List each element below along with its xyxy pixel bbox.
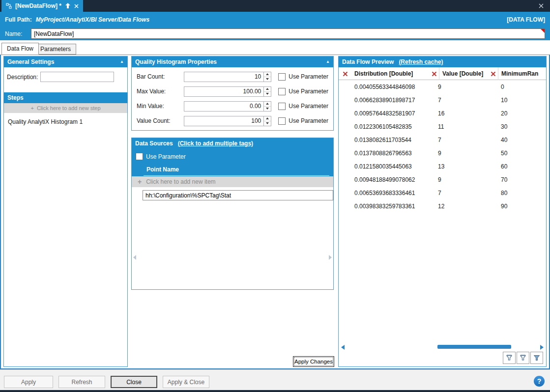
use-parameter-label: Use Parameter [289, 88, 328, 95]
window-titlebar: [NewDataFlow] * [0, 0, 550, 12]
apply-and-close-button[interactable]: Apply & Close [163, 376, 209, 388]
remove-column-icon[interactable] [429, 71, 439, 77]
column-header-minimumrange[interactable]: MinimumRan [498, 67, 546, 80]
use-parameter-checkbox[interactable] [278, 103, 286, 110]
horizontal-scrollbar[interactable] [339, 344, 546, 351]
table-row[interactable]: 0.00662838901898717 7 10 [339, 93, 546, 107]
data-sources-header: Data Sources (Click to add multiple tags… [132, 138, 333, 149]
use-parameter-checkbox[interactable] [278, 88, 286, 95]
footer-bar: Apply Refresh Close Apply & Close ? [0, 369, 550, 390]
spin-down-icon[interactable] [264, 121, 271, 126]
scroll-right-icon[interactable] [540, 345, 544, 350]
main-content: General Settings ▲ Description: Steps + … [0, 55, 550, 369]
name-input[interactable] [31, 28, 545, 39]
column-header-distribution[interactable]: Distribution [Double] [351, 70, 429, 77]
value-count-row: Value Count: 100 Use Parameter [132, 113, 333, 128]
description-input[interactable] [40, 72, 114, 82]
table-row[interactable]: 0.00405563344846098 9 0 [339, 80, 546, 93]
refresh-button[interactable]: Refresh [58, 376, 105, 388]
spin-down-icon[interactable] [264, 106, 271, 111]
tab-parameters[interactable]: Parameters [35, 44, 76, 55]
spin-up-icon[interactable] [264, 116, 271, 121]
collapse-arrow-icon[interactable]: ▲ [326, 60, 330, 64]
steps-header: Steps [4, 92, 127, 103]
document-tab[interactable]: [NewDataFlow] * [1, 0, 83, 12]
add-multiple-tags-link[interactable]: (Click to add multiple tags) [178, 140, 253, 147]
general-settings-header[interactable]: General Settings ▲ [4, 56, 127, 67]
tab-strip: Data Flow Parameters [0, 40, 550, 55]
use-parameter-checkbox[interactable] [278, 117, 286, 125]
table-row[interactable]: 0.0137808826796563 9 50 [339, 146, 546, 160]
window-close-icon[interactable] [537, 2, 545, 10]
add-step-row[interactable]: + Click here to add new step [4, 103, 127, 113]
use-parameter-label: Use Parameter [289, 117, 328, 124]
spin-up-icon[interactable] [264, 72, 271, 77]
full-path-bar: Full Path: MyProject/AnalytiX/BI Server/… [0, 12, 550, 27]
tab-close-icon[interactable] [74, 4, 79, 8]
data-flow-preview-header: Data Flow Preview (Refresh cache) [339, 56, 546, 67]
add-step-label: Click here to add new step [37, 105, 101, 111]
column-header-value[interactable]: Value [Double] [439, 67, 488, 80]
max-value-label: Max Value: [137, 88, 184, 95]
histogram-properties-title: Quality Histogram Properties [135, 58, 217, 65]
histogram-properties-header[interactable]: Quality Histogram Properties ▲ [132, 56, 333, 67]
bar-count-row: Bar Count: 10 Use Parameter [132, 69, 333, 84]
close-button[interactable]: Close [111, 376, 157, 388]
filter-clear-button[interactable] [503, 352, 516, 364]
refresh-cache-link[interactable]: (Refresh cache) [399, 58, 443, 65]
general-settings-title: General Settings [7, 58, 54, 65]
table-row[interactable]: 0.00653693683336461 7 80 [339, 186, 546, 199]
max-value-stepper[interactable]: 100.00 [184, 86, 271, 97]
data-flow-preview-title: Data Flow Preview [342, 58, 394, 65]
min-value-stepper[interactable]: 0.00 [184, 101, 271, 112]
remove-column-icon[interactable] [488, 71, 498, 77]
description-label: Description: [7, 74, 38, 81]
help-icon[interactable]: ? [534, 376, 545, 387]
filter-button[interactable] [530, 352, 543, 364]
spin-down-icon[interactable] [264, 77, 271, 82]
data-sources-panel: Data Sources (Click to add multiple tags… [131, 138, 334, 290]
full-path-label: Full Path: [5, 16, 32, 23]
table-row[interactable]: 0.0138082611703544 7 40 [339, 133, 546, 146]
document-tab-title: [NewDataFlow] * [15, 2, 61, 9]
min-value-row: Min Value: 0.00 Use Parameter [132, 99, 333, 113]
table-row[interactable]: 0.0122306105482835 11 30 [339, 120, 546, 133]
table-row[interactable]: 0.00948188499078062 9 70 [339, 173, 546, 186]
general-settings-panel: General Settings ▲ Description: Steps + … [3, 56, 128, 367]
table-row[interactable]: 0.00398383259783361 12 90 [339, 199, 546, 213]
point-name-column-header[interactable]: Point Name [144, 164, 329, 176]
scrollbar-thumb[interactable] [437, 345, 511, 349]
spin-up-icon[interactable] [264, 102, 271, 106]
table-row[interactable]: 0.00957644832581907 16 20 [339, 107, 546, 120]
scroll-left-icon[interactable] [133, 255, 136, 260]
table-row[interactable]: 0.0121580035445063 13 60 [339, 160, 546, 173]
preview-grid-header: Distribution [Double] Value [Double] Min… [339, 67, 546, 80]
use-parameter-checkbox[interactable] [278, 73, 286, 81]
dataflow-icon [6, 3, 12, 9]
apply-button[interactable]: Apply [4, 376, 53, 388]
add-item-label: Click here to add new item [146, 178, 215, 185]
spin-down-icon[interactable] [264, 91, 271, 96]
pin-up-icon[interactable] [65, 3, 71, 9]
scroll-right-icon[interactable] [329, 255, 332, 260]
plus-icon: + [138, 178, 142, 186]
item-type-badge: [DATA FLOW] [507, 16, 545, 23]
steps-title: Steps [7, 94, 24, 101]
use-parameter-checkbox[interactable] [136, 153, 143, 160]
add-item-row[interactable]: + Click here to add new item [132, 176, 333, 187]
delete-row-column-icon[interactable] [339, 71, 351, 77]
preview-grid-body: 0.00405563344846098 9 0 0.00662838901898… [339, 80, 546, 213]
collapse-arrow-icon[interactable]: ▲ [120, 60, 124, 64]
point-name-input[interactable] [143, 190, 333, 200]
max-value-row: Max Value: 100.00 Use Parameter [132, 84, 333, 99]
filter-row-button[interactable] [517, 352, 529, 364]
step-item[interactable]: Quality AnalytiX Histogram 1 [4, 113, 127, 131]
tab-data-flow[interactable]: Data Flow [1, 43, 39, 55]
spin-up-icon[interactable] [264, 87, 271, 91]
use-parameter-label: Use Parameter [289, 103, 328, 110]
scroll-left-icon[interactable] [341, 345, 345, 350]
bar-count-stepper[interactable]: 10 [184, 72, 271, 82]
apply-changes-button[interactable]: Apply Changes [293, 356, 334, 367]
value-count-stepper[interactable]: 100 [184, 116, 271, 126]
data-flow-preview-panel: Data Flow Preview (Refresh cache) Distri… [338, 56, 547, 367]
